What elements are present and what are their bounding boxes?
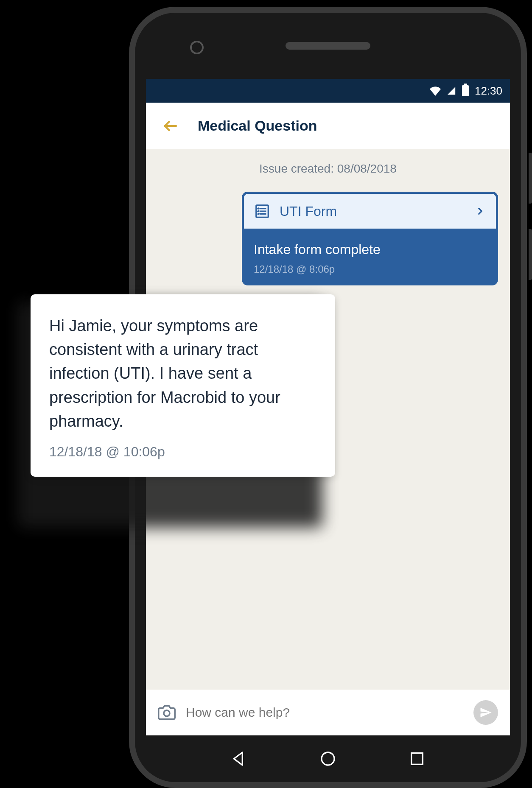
status-bar: 12:30	[146, 79, 510, 103]
status-time: 12:30	[475, 84, 502, 98]
chevron-right-icon	[475, 206, 486, 217]
svg-rect-7	[412, 753, 423, 765]
svg-point-5	[164, 710, 170, 716]
svg-point-6	[322, 752, 334, 765]
phone-top-bezel	[135, 13, 521, 79]
wifi-icon	[430, 85, 441, 96]
form-title: UTI Form	[280, 204, 465, 219]
reply-text: Hi Jamie, your symptoms are consistent w…	[49, 314, 316, 433]
back-arrow-icon[interactable]	[162, 117, 179, 134]
form-card-header[interactable]: UTI Form	[242, 192, 498, 231]
signal-icon	[447, 86, 456, 95]
android-recent-button[interactable]	[409, 750, 426, 767]
form-status: Intake form complete	[254, 242, 486, 257]
android-home-button[interactable]	[319, 750, 336, 767]
app-header: Medical Question	[146, 103, 510, 149]
message-input[interactable]	[186, 705, 463, 720]
phone-side-button	[529, 153, 532, 204]
android-back-button[interactable]	[230, 750, 247, 767]
reply-timestamp: 12/18/18 @ 10:06p	[49, 444, 316, 460]
camera-icon[interactable]	[158, 704, 176, 721]
form-card-body: Intake form complete 12/18/18 @ 8:06p	[242, 231, 498, 285]
message-input-bar	[146, 690, 510, 735]
android-nav-bar	[135, 735, 521, 782]
page-title: Medical Question	[198, 117, 317, 134]
phone-camera	[190, 41, 204, 54]
form-timestamp: 12/18/18 @ 8:06p	[254, 263, 486, 275]
phone-speaker	[286, 42, 370, 50]
issue-created-label: Issue created: 08/08/2018	[158, 162, 498, 176]
phone-side-button	[529, 229, 532, 280]
battery-icon	[462, 85, 469, 96]
send-button[interactable]	[473, 700, 498, 725]
provider-reply-card: Hi Jamie, your symptoms are consistent w…	[31, 294, 335, 477]
intake-form-card: UTI Form Intake form complete 12/18/18 @…	[242, 192, 498, 285]
form-checklist-icon	[254, 203, 270, 219]
